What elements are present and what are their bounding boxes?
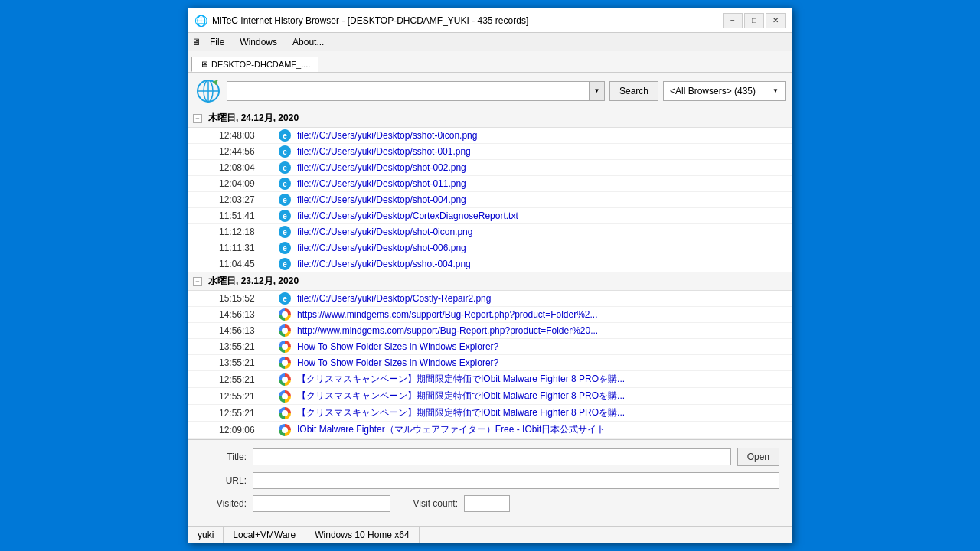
ie-favicon: e <box>279 292 291 305</box>
collapse-btn-1[interactable]: − <box>193 114 202 123</box>
title-field[interactable] <box>253 448 731 465</box>
ie-favicon: e <box>279 129 291 142</box>
ie-favicon: e <box>279 161 291 174</box>
chrome-favicon <box>279 390 291 403</box>
date-header-1: − 木曜日, 24.12月, 2020 <box>188 109 792 128</box>
menu-about[interactable]: About... <box>286 35 330 49</box>
date-header-2: − 水曜日, 23.12月, 2020 <box>188 272 792 291</box>
status-bar: yuki Local+VMWare Windows 10 Home x64 <box>188 526 792 543</box>
refresh-icon[interactable] <box>194 77 222 105</box>
ie-favicon: e <box>279 242 291 254</box>
visit-count-field[interactable] <box>464 495 510 512</box>
history-item[interactable]: 12:55:21 【クリスマスキャンペーン】期間限定特価でIObit Malwa… <box>188 371 792 388</box>
search-input[interactable] <box>227 82 589 100</box>
ie-favicon: e <box>279 210 291 222</box>
main-window: 🌐 MiTeC Internet History Browser - [DESK… <box>188 8 792 543</box>
chevron-down-icon: ▼ <box>594 87 600 94</box>
date-label-1: 木曜日, 24.12月, 2020 <box>208 112 299 125</box>
title-bar-controls: − □ ✕ <box>723 13 786 28</box>
tab-label: DESKTOP-DHCDAMF_.... <box>211 60 310 69</box>
history-list[interactable]: − 木曜日, 24.12月, 2020 12:48:03 e file:///C… <box>188 109 792 439</box>
history-item[interactable]: 11:12:18 e file:///C:/Users/yuki/Desktop… <box>188 224 792 240</box>
visited-row: Visited: Visit count: <box>201 495 779 512</box>
collapse-btn-2[interactable]: − <box>193 277 202 286</box>
history-item[interactable]: 12:44:56 e file:///C:/Users/yuki/Desktop… <box>188 144 792 160</box>
history-item[interactable]: 15:15:52 e file:///C:/Users/yuki/Desktop… <box>188 291 792 307</box>
url-row: URL: <box>201 472 779 489</box>
menu-windows[interactable]: Windows <box>234 35 283 49</box>
chrome-favicon <box>279 357 291 369</box>
browser-select[interactable]: <All Browsers> (435) ▼ <box>663 81 786 101</box>
chrome-favicon <box>279 324 291 337</box>
menu-file[interactable]: File <box>204 35 230 49</box>
history-item[interactable]: 12:55:21 【クリスマスキャンペーン】期間限定特価でIObit Malwa… <box>188 388 792 405</box>
title-bar: 🌐 MiTeC Internet History Browser - [DESK… <box>188 8 792 33</box>
status-os: Windows 10 Home x64 <box>305 527 419 543</box>
search-button[interactable]: Search <box>609 81 658 101</box>
chrome-favicon <box>279 341 291 353</box>
tab-desktop[interactable]: 🖥 DESKTOP-DHCDAMF_.... <box>191 57 318 72</box>
chrome-favicon <box>279 407 291 419</box>
title-bar-left: 🌐 MiTeC Internet History Browser - [DESK… <box>194 15 528 27</box>
main-content: − 木曜日, 24.12月, 2020 12:48:03 e file:///C… <box>188 109 792 526</box>
history-item[interactable]: 11:04:45 e file:///C:/Users/yuki/Desktop… <box>188 256 792 272</box>
history-item[interactable]: 13:55:21 How To Show Folder Sizes In Win… <box>188 355 792 371</box>
date-label-2: 水曜日, 23.12月, 2020 <box>208 275 299 288</box>
history-item[interactable]: 14:56:13 https://www.mindgems.com/suppor… <box>188 307 792 323</box>
tab-bar: 🖥 DESKTOP-DHCDAMF_.... <box>188 51 792 73</box>
ie-favicon: e <box>279 178 291 190</box>
history-item[interactable]: 13:55:21 How To Show Folder Sizes In Win… <box>188 339 792 355</box>
ie-favicon: e <box>279 194 291 206</box>
tab-icon: 🖥 <box>200 60 208 69</box>
url-label: URL: <box>201 475 247 486</box>
menu-icon: 🖥 <box>191 37 201 47</box>
history-item[interactable]: 12:04:09 e file:///C:/Users/yuki/Desktop… <box>188 176 792 192</box>
window-title: MiTeC Internet History Browser - [DESKTO… <box>212 15 528 26</box>
visit-count-label: Visit count: <box>397 498 458 509</box>
chrome-favicon <box>279 424 291 436</box>
browser-select-label: <All Browsers> (435) <box>670 86 756 96</box>
visited-field[interactable] <box>253 495 390 512</box>
history-item[interactable]: 11:11:31 e file:///C:/Users/yuki/Desktop… <box>188 240 792 256</box>
minimize-button[interactable]: − <box>723 13 743 28</box>
detail-panel: Title: Open URL: Visited: Visit count: <box>188 439 792 526</box>
maximize-button[interactable]: □ <box>744 13 764 28</box>
close-button[interactable]: ✕ <box>766 13 786 28</box>
ie-favicon: e <box>279 226 291 238</box>
chrome-favicon <box>279 308 291 321</box>
url-field[interactable] <box>253 472 779 489</box>
status-user: yuki <box>188 527 224 543</box>
history-item[interactable]: 12:48:03 e file:///C:/Users/yuki/Desktop… <box>188 128 792 144</box>
search-dropdown-arrow[interactable]: ▼ <box>589 82 604 100</box>
ie-favicon: e <box>279 145 291 158</box>
history-item[interactable]: 11:51:41 e file:///C:/Users/yuki/Desktop… <box>188 208 792 224</box>
history-item[interactable]: 12:03:27 e file:///C:/Users/yuki/Desktop… <box>188 192 792 208</box>
search-container: ▼ <box>227 81 605 101</box>
history-item[interactable]: 12:09:06 IObit Malware Fighter（マルウェアファイタ… <box>188 422 792 439</box>
chrome-favicon <box>279 373 291 386</box>
visited-label: Visited: <box>201 498 247 509</box>
history-item[interactable]: 12:08:04 e file:///C:/Users/yuki/Desktop… <box>188 160 792 176</box>
title-row: Title: Open <box>201 448 779 466</box>
title-label: Title: <box>201 452 247 462</box>
ie-favicon: e <box>279 258 291 270</box>
menu-bar: 🖥 File Windows About... <box>188 33 792 51</box>
browser-select-arrow: ▼ <box>773 87 779 94</box>
open-button[interactable]: Open <box>737 448 779 466</box>
status-extra <box>420 527 792 543</box>
history-item[interactable]: 14:56:13 http://www.mindgems.com/support… <box>188 323 792 339</box>
status-machine: Local+VMWare <box>224 527 305 543</box>
toolbar: ▼ Search <All Browsers> (435) ▼ <box>188 73 792 109</box>
history-item[interactable]: 12:55:21 【クリスマスキャンペーン】期間限定特価でIObit Malwa… <box>188 405 792 422</box>
app-icon: 🌐 <box>194 15 207 27</box>
